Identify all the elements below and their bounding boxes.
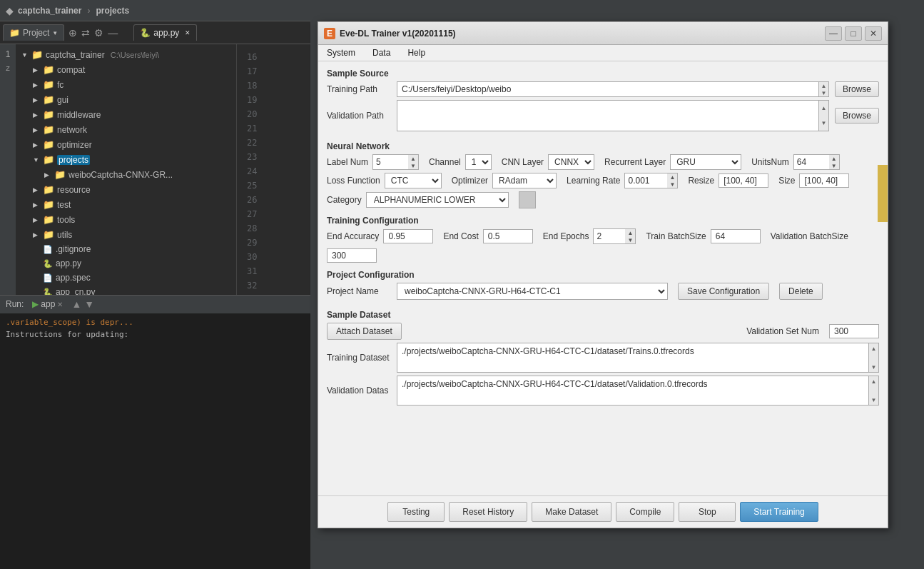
training-path-input-wrapper: ▲ ▼ bbox=[397, 81, 829, 97]
project-tab[interactable]: 📁 Project ▼ bbox=[3, 24, 64, 41]
line-16: 16 bbox=[247, 50, 300, 64]
tree-item-gitignore[interactable]: ▶ 📄 .gitignore bbox=[16, 242, 236, 256]
units-num-down[interactable]: ▼ bbox=[829, 162, 839, 169]
stop-btn[interactable]: Stop bbox=[679, 502, 736, 522]
close-btn[interactable]: ✕ bbox=[865, 26, 882, 41]
label-num-input[interactable] bbox=[372, 154, 408, 170]
optimizer-select[interactable]: RAdam Adam SGD bbox=[492, 173, 557, 188]
validation-scroll-down[interactable]: ▼ bbox=[869, 395, 878, 405]
ide-titlebar-sep: › bbox=[87, 6, 90, 16]
label-num-down[interactable]: ▼ bbox=[408, 162, 418, 169]
start-training-btn[interactable]: Start Training bbox=[740, 502, 818, 522]
tree-item-weibo[interactable]: ▶ 📁 weiboCaptcha-CNNX-GR... bbox=[16, 167, 236, 182]
add-icon[interactable]: ⊕ bbox=[68, 27, 77, 39]
resize-input[interactable] bbox=[719, 173, 768, 188]
end-epochs-input[interactable] bbox=[593, 228, 625, 244]
lr-down[interactable]: ▼ bbox=[667, 181, 677, 188]
line-22: 22 bbox=[247, 136, 300, 150]
testing-btn[interactable]: Testing bbox=[387, 502, 445, 522]
tree-item-resource[interactable]: ▶ 📁 resource bbox=[16, 182, 236, 197]
scroll-down-icon[interactable]: ▼ bbox=[819, 89, 828, 96]
lr-up[interactable]: ▲ bbox=[667, 173, 677, 181]
tree-item-app-py[interactable]: ▶ 🐍 app.py bbox=[16, 256, 236, 271]
training-path-browse-btn[interactable]: Browse bbox=[835, 81, 879, 97]
tree-item-fc[interactable]: ▶ 📁 fc bbox=[16, 77, 236, 92]
tree-item-projects[interactable]: ▼ 📁 projects bbox=[16, 152, 236, 167]
val-scroll-up-icon[interactable]: ▲ bbox=[819, 101, 828, 116]
scroll-up-icon[interactable]: ▲ bbox=[819, 82, 828, 89]
project-name-select[interactable]: weiboCaptcha-CNNX-GRU-H64-CTC-C1 bbox=[397, 283, 668, 300]
training-scroll-up[interactable]: ▲ bbox=[869, 343, 878, 353]
line-24: 24 bbox=[247, 164, 300, 178]
run-tab[interactable]: ▶ app ✕ bbox=[26, 298, 68, 311]
reset-history-btn[interactable]: Reset History bbox=[449, 502, 527, 522]
units-num-up[interactable]: ▲ bbox=[829, 155, 839, 162]
make-dataset-btn[interactable]: Make Dataset bbox=[532, 502, 611, 522]
training-scroll-down[interactable]: ▼ bbox=[869, 362, 878, 372]
end-cost-input[interactable] bbox=[483, 229, 533, 243]
epochs-up[interactable]: ▲ bbox=[625, 229, 635, 236]
label-num-up[interactable]: ▲ bbox=[408, 155, 418, 162]
validation-path-input[interactable] bbox=[397, 101, 818, 131]
minimize-icon[interactable]: — bbox=[108, 27, 118, 39]
trainer-content: Sample Source Training Path ▲ ▼ Browse V… bbox=[318, 61, 888, 495]
tree-item-test[interactable]: ▶ 📁 test bbox=[16, 197, 236, 212]
loss-function-select[interactable]: CTC CrossEntropy bbox=[385, 173, 442, 188]
channel-select[interactable]: 1 3 bbox=[465, 154, 492, 170]
train-batch-input[interactable] bbox=[711, 229, 761, 243]
sidebar-structure-icon[interactable]: Z bbox=[4, 63, 12, 74]
neural-network-section: Neural Network Label Num ▲ ▼ Channel 1 3… bbox=[327, 141, 879, 208]
menu-help[interactable]: Help bbox=[405, 46, 428, 59]
sidebar-project-icon[interactable]: 1 bbox=[4, 47, 13, 61]
run-close-icon[interactable]: ✕ bbox=[57, 301, 63, 308]
validation-dataset-scrollbar: ▲ ▼ bbox=[868, 376, 878, 405]
size-input[interactable] bbox=[799, 173, 849, 188]
training-path-input[interactable] bbox=[397, 82, 818, 96]
tree-item-network[interactable]: ▶ 📁 network bbox=[16, 122, 236, 137]
tree-item-tools[interactable]: ▶ 📁 tools bbox=[16, 212, 236, 227]
maximize-btn[interactable]: □ bbox=[845, 26, 862, 41]
recurrent-layer-select[interactable]: GRU LSTM BLSTM BGRU bbox=[670, 154, 741, 170]
delete-btn[interactable]: Delete bbox=[779, 283, 823, 300]
menu-data[interactable]: Data bbox=[370, 46, 393, 59]
tree-item-app-cn-py[interactable]: ▶ 🐍 app_cn.py bbox=[16, 285, 236, 295]
tree-item-optimizer[interactable]: ▶ 📁 optimizer bbox=[16, 137, 236, 152]
tree-item-app-spec[interactable]: ▶ 📄 app.spec bbox=[16, 271, 236, 285]
sample-source-title: Sample Source bbox=[327, 69, 879, 79]
val-scroll-down-icon[interactable]: ▼ bbox=[819, 116, 828, 131]
nav-down-arrow[interactable]: ▼ bbox=[84, 298, 94, 310]
menu-system[interactable]: System bbox=[324, 46, 358, 59]
folder-icon: 📁 bbox=[9, 28, 20, 38]
validation-scroll-up[interactable]: ▲ bbox=[869, 376, 878, 386]
file-close-icon[interactable]: ✕ bbox=[185, 29, 191, 36]
learning-rate-label: Learning Rate bbox=[567, 176, 620, 186]
validation-set-input[interactable] bbox=[829, 324, 879, 338]
tree-item-utils[interactable]: ▶ 📁 utils bbox=[16, 227, 236, 242]
learning-rate-input[interactable] bbox=[624, 173, 667, 188]
tree-item-compat[interactable]: ▶ 📁 compat bbox=[16, 62, 236, 77]
minimize-btn[interactable]: — bbox=[825, 26, 842, 41]
tools-icon: 📁 bbox=[43, 214, 54, 225]
file-tab-app-py[interactable]: 🐍 app.py ✕ bbox=[133, 24, 197, 41]
tree-item-gui[interactable]: ▶ 📁 gui bbox=[16, 92, 236, 107]
category-select[interactable]: ALPHANUMERIC LOWER ALPHANUMERIC NUMERIC bbox=[366, 192, 509, 208]
nav-up-arrow[interactable]: ▲ bbox=[71, 298, 81, 310]
units-num-input[interactable] bbox=[793, 154, 829, 170]
run-label: Run: bbox=[6, 299, 24, 309]
root-label: captcha_trainer bbox=[46, 50, 105, 60]
end-accuracy-input[interactable] bbox=[383, 229, 433, 243]
compile-btn[interactable]: Compile bbox=[616, 502, 674, 522]
attach-dataset-btn[interactable]: Attach Dataset bbox=[327, 323, 402, 340]
tree-item-middleware[interactable]: ▶ 📁 middleware bbox=[16, 107, 236, 122]
settings-icon[interactable]: ⚙ bbox=[94, 27, 103, 39]
epochs-down[interactable]: ▼ bbox=[625, 236, 635, 243]
middleware-arrow: ▶ bbox=[33, 111, 40, 119]
validation-path-browse-btn[interactable]: Browse bbox=[835, 108, 879, 124]
validation-batch-input[interactable] bbox=[327, 248, 377, 263]
training-path-scroll: ▲ ▼ bbox=[818, 82, 828, 96]
sync-icon[interactable]: ⇄ bbox=[81, 27, 90, 39]
save-config-btn[interactable]: Save Configuration bbox=[678, 283, 769, 300]
network-label: network bbox=[57, 125, 87, 135]
tree-root[interactable]: ▼ 📁 captcha_trainer C:\Users\feiyi\ bbox=[16, 47, 236, 62]
cnn-layer-select[interactable]: CNNX CNN3 CNN4 CNN5 bbox=[548, 154, 594, 170]
